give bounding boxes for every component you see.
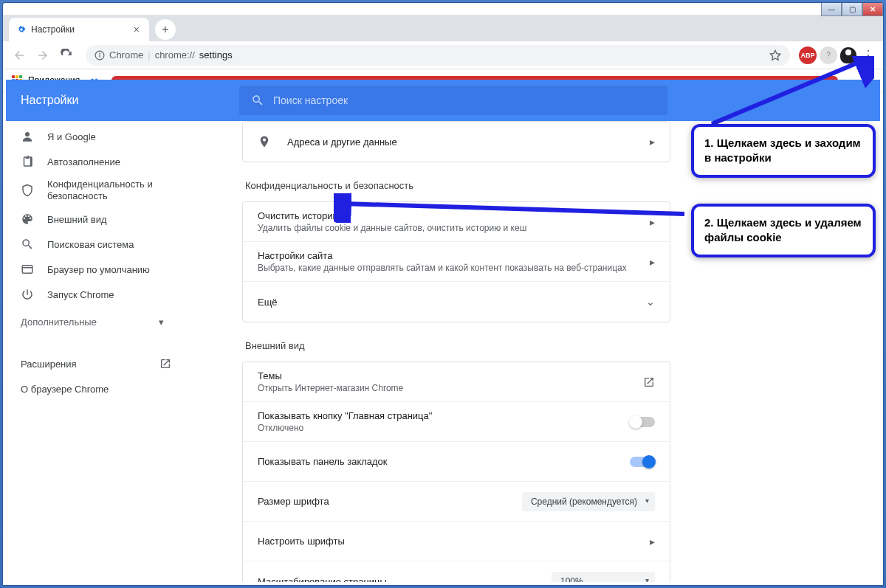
page-zoom-row: Масштабирование страницы 100% <box>243 561 670 582</box>
sidebar-label: Конфиденциальность и безопасность <box>47 179 179 201</box>
omnibox-url-page: settings <box>199 49 233 60</box>
search-icon <box>251 94 264 107</box>
minimize-button[interactable]: — <box>821 3 842 16</box>
sidebar-item-you-and-google[interactable]: Я и Google <box>6 124 193 149</box>
callout-2: 2. Щелкаем здесь и удаляем файлы cookie <box>691 204 876 257</box>
back-button[interactable] <box>9 45 30 66</box>
sidebar-label: О браузере Chrome <box>21 384 109 395</box>
font-size-dropdown[interactable]: Средний (рекомендуется) <box>522 492 655 511</box>
sidebar-item-default-browser[interactable]: Браузер по умолчанию <box>6 257 193 282</box>
browser-toolbar: Chrome | chrome://settings ABP ? ⋮ <box>3 41 883 69</box>
profile-button[interactable] <box>840 47 856 63</box>
row-title: Размер шрифта <box>258 496 522 507</box>
external-link-icon <box>643 376 655 388</box>
browser-icon <box>21 263 34 276</box>
forward-button[interactable] <box>32 45 53 66</box>
search-icon <box>21 238 34 251</box>
help-extension-icon[interactable]: ? <box>820 46 837 64</box>
sidebar-label: Внешний вид <box>47 214 107 225</box>
power-icon <box>21 288 34 301</box>
row-title: Адреса и другие данные <box>287 136 650 148</box>
site-settings-row[interactable]: Настройки сайта Выбрать, какие данные от… <box>243 242 670 282</box>
row-title: Показывать кнопку "Главная страница" <box>258 410 630 421</box>
settings-header: Настройки <box>6 80 880 121</box>
location-icon <box>258 135 272 148</box>
svg-rect-4 <box>22 266 32 274</box>
settings-sidebar: Я и Google Автозаполнение Конфиденциальн… <box>6 121 193 582</box>
row-subtitle: Выбрать, какие данные отправлять сайтам … <box>258 263 650 273</box>
chevron-right-icon: ▸ <box>650 216 655 228</box>
more-row[interactable]: Ещё ⌄ <box>243 282 670 322</box>
sidebar-label: Дополнительные <box>21 317 97 328</box>
sidebar-item-autofill[interactable]: Автозаполнение <box>6 149 193 174</box>
home-button-toggle[interactable] <box>630 417 655 427</box>
sidebar-label: Запуск Chrome <box>47 289 114 300</box>
person-icon <box>21 130 34 143</box>
sidebar-label: Расширения <box>21 359 77 370</box>
sidebar-item-about[interactable]: О браузере Chrome <box>6 376 193 401</box>
browser-tab[interactable]: Настройки × <box>9 18 149 41</box>
row-title: Настроить шрифты <box>258 536 650 547</box>
sidebar-item-extensions[interactable]: Расширения <box>6 351 193 376</box>
gear-icon <box>16 24 27 35</box>
addresses-row[interactable]: Адреса и другие данные ▸ <box>243 122 670 162</box>
section-title-privacy: Конфиденциальность и безопасность <box>245 180 670 191</box>
chevron-right-icon: ▸ <box>650 536 655 547</box>
chevron-right-icon: ▸ <box>650 136 655 148</box>
row-subtitle: Отключено <box>258 423 630 433</box>
address-bar[interactable]: Chrome | chrome://settings <box>86 45 790 66</box>
new-tab-button[interactable]: + <box>155 19 176 40</box>
bookmarks-bar-toggle[interactable] <box>630 457 655 467</box>
reload-button[interactable] <box>56 45 77 66</box>
row-subtitle: Открыть Интернет-магазин Chrome <box>258 383 643 393</box>
clear-history-row[interactable]: Очистить историю Удалить файлы cookie и … <box>243 202 670 242</box>
omnibox-label: Chrome <box>109 49 143 60</box>
customize-fonts-row[interactable]: Настроить шрифты ▸ <box>243 522 670 561</box>
svg-point-1 <box>99 52 100 54</box>
row-title: Показывать панель закладок <box>258 456 630 467</box>
external-link-icon <box>159 358 171 370</box>
star-icon[interactable] <box>769 49 781 61</box>
settings-page-title: Настройки <box>6 94 239 107</box>
sidebar-label: Браузер по умолчанию <box>47 264 150 275</box>
chevron-right-icon: ▸ <box>650 256 655 268</box>
sidebar-item-on-startup[interactable]: Запуск Chrome <box>6 282 193 307</box>
svg-rect-2 <box>99 55 100 58</box>
bookmarks-bar-row[interactable]: Показывать панель закладок <box>243 442 670 482</box>
abp-extension-icon[interactable]: ABP <box>799 46 817 64</box>
settings-main: Адреса и другие данные ▸ Конфиденциально… <box>193 121 880 582</box>
maximize-button[interactable]: ▢ <box>842 3 862 16</box>
site-info-icon[interactable] <box>95 50 105 60</box>
settings-search[interactable] <box>239 86 667 115</box>
row-title: Масштабирование страницы <box>258 576 552 583</box>
chevron-down-icon: ▾ <box>159 317 164 328</box>
font-size-row: Размер шрифта Средний (рекомендуется) <box>243 482 670 522</box>
row-title: Темы <box>258 370 643 381</box>
clipboard-icon <box>21 155 34 168</box>
sidebar-label: Автозаполнение <box>47 156 120 167</box>
shield-icon <box>21 184 34 197</box>
tab-strip: Настройки × + <box>3 15 883 41</box>
palette-icon <box>21 212 34 226</box>
home-button-row[interactable]: Показывать кнопку "Главная страница" Отк… <box>243 402 670 442</box>
sidebar-item-advanced[interactable]: Дополнительные ▾ <box>6 307 193 336</box>
page-zoom-dropdown[interactable]: 100% <box>552 572 655 582</box>
row-title: Ещё <box>258 297 646 308</box>
tab-close-icon[interactable]: × <box>131 24 142 35</box>
themes-row[interactable]: Темы Открыть Интернет-магазин Chrome <box>243 362 670 402</box>
close-window-button[interactable]: ✕ <box>862 3 883 16</box>
tab-title: Настройки <box>31 24 75 35</box>
browser-menu-button[interactable]: ⋮ <box>859 45 877 66</box>
omnibox-url-prefix: chrome:// <box>155 49 195 60</box>
row-subtitle: Удалить файлы cookie и данные сайтов, оч… <box>258 223 650 233</box>
row-title: Очистить историю <box>258 210 650 221</box>
sidebar-item-privacy[interactable]: Конфиденциальность и безопасность <box>6 174 193 207</box>
sidebar-item-appearance[interactable]: Внешний вид <box>6 207 193 232</box>
row-title: Настройки сайта <box>258 250 650 261</box>
chevron-down-icon: ⌄ <box>646 296 655 308</box>
section-title-appearance: Внешний вид <box>245 340 670 351</box>
settings-search-input[interactable] <box>273 94 656 106</box>
svg-point-3 <box>25 132 30 136</box>
sidebar-label: Я и Google <box>47 131 96 142</box>
sidebar-item-search-engine[interactable]: Поисковая система <box>6 232 193 257</box>
